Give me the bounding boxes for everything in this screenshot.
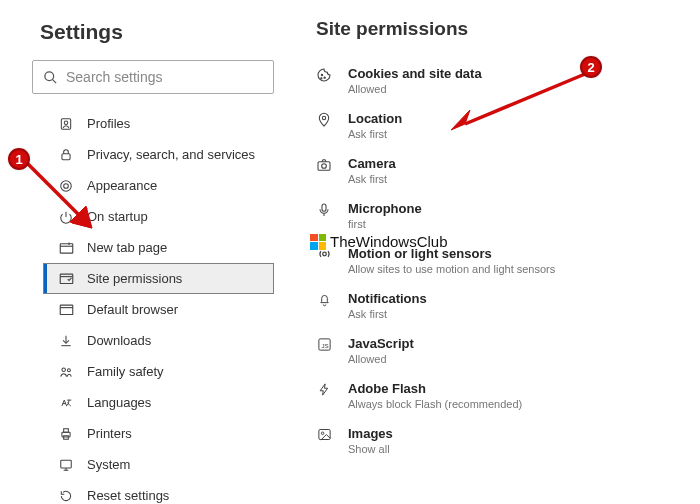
perm-title: Location [348,111,402,126]
image-icon [314,426,334,442]
perm-javascript[interactable]: JS JavaScriptAllowed [314,328,692,373]
sidebar-item-label: Family safety [87,364,164,379]
microphone-icon [314,201,334,218]
svg-point-28 [321,78,322,79]
svg-line-42 [465,74,585,124]
profile-icon [57,117,75,131]
svg-point-3 [64,121,68,125]
flash-icon [314,381,334,397]
svg-point-27 [324,77,325,78]
sidebar-item-languages[interactable]: Languages [46,387,274,418]
sidebar-item-label: Default browser [87,302,178,317]
windows-logo-icon [310,234,326,250]
annotation-arrow-2 [445,68,595,138]
perm-title: JavaScript [348,336,414,351]
search-input[interactable] [66,69,263,85]
svg-point-16 [67,368,70,371]
sidebar-item-label: Languages [87,395,151,410]
family-icon [57,365,75,379]
svg-line-1 [52,79,56,83]
perm-sub: Show all [348,443,393,455]
sidebar-item-label: Reset settings [87,488,169,503]
svg-point-31 [322,164,327,169]
svg-point-38 [321,432,324,435]
perm-title: Camera [348,156,396,171]
svg-point-34 [322,252,326,256]
perm-notifications[interactable]: NotificationsAsk first [314,283,692,328]
perm-title: Microphone [348,201,422,216]
sidebar-item-label: New tab page [87,240,167,255]
perm-sub: Allow sites to use motion and light sens… [348,263,555,275]
bell-icon [314,291,334,307]
svg-rect-18 [64,428,69,432]
svg-point-26 [321,74,322,75]
sidebar-item-label: System [87,457,130,472]
js-icon: JS [314,336,334,352]
page-title: Site permissions [316,18,692,40]
perm-images[interactable]: ImagesShow all [314,418,692,463]
svg-rect-32 [322,204,326,211]
perm-sub: Always block Flash (recommended) [348,398,522,410]
sidebar-item-family[interactable]: Family safety [46,356,274,387]
download-icon [57,334,75,348]
svg-rect-30 [318,162,330,171]
perm-sub: Ask first [348,128,402,140]
perm-sub: Ask first [348,308,427,320]
svg-marker-43 [451,110,470,130]
watermark: TheWindowsClub [310,233,448,250]
sidebar-item-downloads[interactable]: Downloads [46,325,274,356]
reset-icon [57,489,75,503]
location-icon [314,111,334,128]
sidebar-item-profiles[interactable]: Profiles [46,108,274,139]
camera-icon [314,156,334,173]
cookie-icon [314,66,334,83]
svg-rect-12 [60,305,73,314]
settings-title: Settings [40,20,274,44]
sidebar: Settings Profiles Privacy, search, and s… [32,16,292,496]
svg-rect-7 [60,244,73,253]
perm-title: Adobe Flash [348,381,522,396]
search-icon [43,70,58,85]
sidebar-item-reset[interactable]: Reset settings [46,480,274,504]
printer-icon [57,427,75,441]
perm-title: Images [348,426,393,441]
language-icon [57,396,75,410]
search-box[interactable] [32,60,274,94]
svg-point-0 [45,71,54,80]
sidebar-item-system[interactable]: System [46,449,274,480]
sitepermissions-icon [57,272,75,285]
perm-sub: first [348,218,422,230]
browser-icon [57,303,75,316]
sidebar-item-label: Profiles [87,116,130,131]
svg-rect-37 [318,430,329,440]
svg-text:JS: JS [321,342,328,349]
newtab-icon [57,241,75,254]
perm-camera[interactable]: CameraAsk first [314,148,692,193]
system-icon [57,458,75,472]
watermark-text: TheWindowsClub [330,233,448,250]
svg-point-29 [322,116,325,119]
annotation-badge-1: 1 [8,148,30,170]
sidebar-item-defaultbrowser[interactable]: Default browser [46,294,274,325]
svg-rect-20 [61,460,72,468]
annotation-badge-2: 2 [580,56,602,78]
perm-sub: Ask first [348,173,396,185]
perm-sub: Allowed [348,353,414,365]
svg-line-39 [26,162,84,220]
annotation-arrow-1 [20,156,104,240]
svg-point-15 [62,367,65,371]
svg-rect-19 [64,435,69,439]
perm-microphone[interactable]: Microphonefirst [314,193,692,238]
sidebar-item-label: Site permissions [87,271,182,286]
sidebar-item-label: Privacy, search, and services [87,147,255,162]
perm-title: Notifications [348,291,427,306]
perm-flash[interactable]: Adobe FlashAlways block Flash (recommend… [314,373,692,418]
sidebar-item-label: Printers [87,426,132,441]
sidebar-item-sitepermissions[interactable]: Site permissions [43,263,274,294]
sidebar-item-label: Downloads [87,333,151,348]
sidebar-item-printers[interactable]: Printers [46,418,274,449]
